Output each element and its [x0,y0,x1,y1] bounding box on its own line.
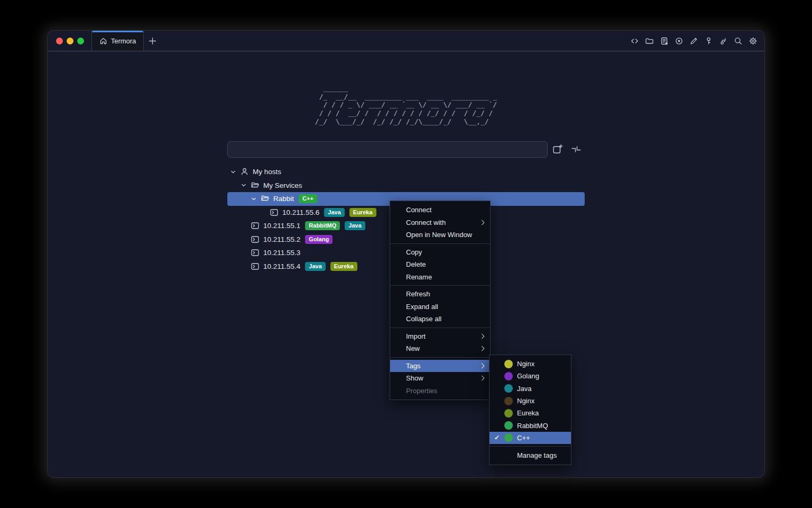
active-tab-indicator [92,31,143,32]
user-icon [240,167,249,176]
minimize-window-button[interactable] [67,38,73,44]
tree-item-label: 10.211.55.6 [282,208,319,216]
home-icon [99,37,107,45]
terminal-host-icon [251,235,260,244]
tree-item-my-hosts[interactable]: My hosts [227,165,585,179]
tag-color-dot [504,409,513,418]
tree-item-label: 10.211.55.2 [263,235,300,243]
menu-separator [390,357,490,358]
menu-separator [390,243,490,244]
chevron-down-icon[interactable] [240,182,247,189]
menu-item-connect[interactable]: Connect [390,204,490,216]
terminal-host-icon [270,208,279,217]
tab-label: Termora [111,37,136,45]
chevron-down-icon[interactable] [250,195,257,203]
tag-badge: Eureka [349,208,376,217]
tree-item-label: My Services [263,182,302,189]
chevron-down-icon[interactable] [229,168,237,176]
menu-separator [490,446,571,447]
search-input[interactable] [227,141,548,158]
tree-item-label: My hosts [253,168,281,176]
menu-separator [390,328,490,328]
collapse-all-icon[interactable] [570,143,583,156]
menu-item-refresh[interactable]: Refresh [390,288,490,301]
chevron-right-icon [479,333,485,339]
tree-item-label: 10.211.55.4 [263,262,300,270]
terminal-host-icon [251,221,260,230]
tags-submenu: Nginx Golang Java Nginx Eureka [489,355,571,465]
menu-item-rename[interactable]: Rename [390,271,490,284]
titlebar: Termora [48,31,764,51]
tree-item-label: 10.211.55.3 [263,249,300,257]
tag-color-dot [504,372,513,380]
menu-item-new[interactable]: New [390,342,490,355]
tag-badge: Java [324,208,344,217]
ascii-logo: ______ /_ __/__ _________ ___ ____ _____… [315,84,497,126]
record-icon[interactable] [675,37,684,46]
tag-color-dot [504,360,513,368]
folder-icon[interactable] [645,37,654,46]
menu-item-collapse-all[interactable]: Collapse all [390,313,490,325]
menu-separator [390,285,490,286]
menu-item-import[interactable]: Import [390,330,490,343]
menu-item-copy[interactable]: Copy [390,246,490,259]
menu-item-connect-with[interactable]: Connect with [390,216,490,229]
edit-icon[interactable] [689,37,698,46]
tag-color-dot [504,384,513,393]
fork-icon[interactable] [719,37,728,46]
submenu-item-nginx[interactable]: Nginx [490,358,571,370]
tag-color-dot [504,421,513,430]
tag-color-dot [504,433,513,442]
tree-item-label: 10.211.55.1 [263,222,300,230]
settings-icon[interactable] [749,37,758,46]
tag-badge: Java [345,221,365,230]
context-menu: Connect Connect with Open in New Window … [390,201,491,400]
zoom-window-button[interactable] [77,38,84,44]
menu-item-expand-all[interactable]: Expand all [390,301,490,313]
submenu-item-cpp[interactable]: ✓ C++ [490,432,571,444]
folder-open-icon [251,181,260,190]
toolbar [630,31,758,51]
traffic-lights [56,38,84,44]
chevron-right-icon [479,376,485,381]
tag-badge: Golang [305,235,333,244]
folder-open-icon [261,194,270,203]
desktop: Termora [0,0,812,508]
code-icon[interactable] [630,37,639,46]
tree-item-label: Rabbit [273,195,294,203]
search-icon[interactable] [734,37,743,46]
menu-item-tags[interactable]: Tags [390,360,490,373]
chevron-right-icon [479,346,485,351]
submenu-item-rabbitmq[interactable]: RabbitMQ [490,419,571,431]
tag-badge: RabbitMQ [305,221,340,230]
close-window-button[interactable] [56,38,63,44]
chevron-right-icon [479,220,485,225]
submenu-item-golang[interactable]: Golang [490,370,571,382]
tag-color-dot [504,397,513,405]
main-content: ______ /_ __/__ _________ ___ ____ _____… [48,51,764,477]
new-tab-button[interactable] [148,37,157,46]
add-host-icon[interactable] [551,143,564,156]
termora-window: Termora [48,31,764,477]
key-icon[interactable] [704,37,713,46]
menu-item-show[interactable]: Show [390,372,490,385]
menu-item-properties: Properties [390,385,490,397]
tag-badge: Java [305,262,325,271]
tag-badge: C++ [299,194,317,203]
tab-termora[interactable]: Termora [91,31,144,51]
terminal-host-icon [251,248,260,257]
submenu-item-nginx-2[interactable]: Nginx [490,395,571,407]
check-icon: ✓ [494,434,500,441]
menu-item-delete[interactable]: Delete [390,258,490,271]
terminal-host-icon [251,262,260,271]
menu-item-open-in-new-window[interactable]: Open in New Window [390,229,490,241]
submenu-item-eureka[interactable]: Eureka [490,407,571,419]
log-icon[interactable] [660,37,669,46]
tag-badge: Eureka [330,262,357,271]
submenu-item-manage-tags[interactable]: Manage tags [490,449,571,462]
chevron-right-icon [479,363,485,368]
submenu-item-java[interactable]: Java [490,383,571,395]
tree-item-my-services[interactable]: My Services [227,179,585,193]
